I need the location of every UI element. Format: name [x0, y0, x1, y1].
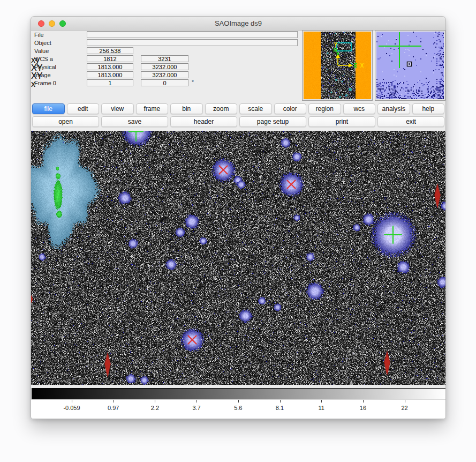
info-label: Physical [34, 64, 56, 70]
menu-region[interactable]: region [308, 103, 341, 114]
menu-analysis[interactable]: analysis [377, 103, 410, 114]
colorbar-gradient[interactable] [32, 388, 446, 400]
menu-header[interactable]: header [170, 116, 237, 127]
image-canvas[interactable] [31, 131, 446, 385]
field-wcs-a-f1[interactable] [87, 55, 133, 62]
info-label: Frame 0 [34, 80, 56, 86]
panner-canvas[interactable] [304, 32, 371, 99]
field-frame-0-f1[interactable] [87, 79, 133, 86]
colorbar-label: 0.97 [108, 405, 119, 411]
colorbar-tick [238, 400, 239, 403]
colorbar-label: 8.1 [276, 405, 284, 411]
colorbar-label: 11 [318, 405, 324, 411]
menu-zoom[interactable]: zoom [205, 103, 238, 114]
colorbar-label: 16 [360, 405, 366, 411]
colorbar-tick [405, 400, 405, 403]
colorbar-label: 22 [401, 405, 407, 411]
menu-view[interactable]: view [101, 103, 134, 114]
titlebar[interactable]: SAOImage ds9 [31, 17, 445, 31]
colorbar-label: -0.059 [63, 405, 80, 411]
menu-scale[interactable]: scale [239, 103, 272, 114]
desktop: { "window": { "title": "SAOImage ds9" },… [0, 0, 476, 462]
field-physical-f1[interactable] [87, 63, 133, 70]
field-wcs-a-f2[interactable] [141, 55, 188, 62]
info-label: Object [34, 40, 51, 46]
colorbar-label: 2.2 [151, 405, 159, 411]
menu-help[interactable]: help [412, 103, 445, 114]
colorbar-label: 5.6 [234, 405, 242, 411]
colorbar-tick [280, 400, 281, 403]
field-file-wide[interactable] [87, 31, 298, 38]
menu-edit[interactable]: edit [67, 103, 100, 114]
window-title: SAOImage ds9 [31, 19, 445, 27]
menu-bar: fileeditviewframebinzoomscalecolorregion… [32, 103, 444, 115]
colorbar-tick [155, 400, 155, 403]
file-submenu-bar: opensaveheaderpage setupprintexit [32, 116, 444, 128]
menu-file[interactable]: file [32, 103, 65, 114]
field-image-f1[interactable] [87, 71, 133, 78]
colorbar-tick [72, 400, 72, 403]
menu-frame[interactable]: frame [136, 103, 169, 114]
magnifier-canvas[interactable] [376, 32, 444, 99]
colorbar-tick [197, 400, 197, 403]
menu-print[interactable]: print [308, 116, 375, 127]
menu-open[interactable]: open [32, 116, 99, 127]
menu-exit[interactable]: exit [377, 116, 444, 127]
colorbar-tick [363, 400, 364, 403]
info-label: Image [34, 72, 51, 78]
field-image-f2[interactable] [141, 71, 188, 78]
magnifier-frame [375, 30, 445, 101]
menu-bin[interactable]: bin [170, 103, 203, 114]
field-physical-f2[interactable] [141, 63, 188, 70]
panner-frame [302, 30, 373, 101]
colorbar-tick [321, 400, 322, 403]
field-object-wide[interactable] [87, 39, 298, 46]
menu-wcs[interactable]: wcs [343, 103, 376, 114]
field-value-f1[interactable] [87, 47, 133, 54]
field-frame-0-f2[interactable] [141, 79, 188, 86]
colorbar-scale: -0.0590.972.23.75.68.1111622 [31, 399, 446, 419]
degree-symbol: ° [192, 79, 194, 85]
colorbar-tick [114, 400, 114, 403]
info-label: Value [34, 48, 49, 54]
colorbar-label: 3.7 [192, 405, 200, 411]
menu-page-setup[interactable]: page setup [239, 116, 306, 127]
menu-save[interactable]: save [101, 116, 168, 127]
ds9-window: SAOImage ds9 FileObjectValueWCS axyPhysi… [31, 16, 446, 419]
menu-color[interactable]: color [274, 103, 307, 114]
info-label: File [34, 32, 44, 38]
info-label: WCS a [34, 56, 53, 62]
